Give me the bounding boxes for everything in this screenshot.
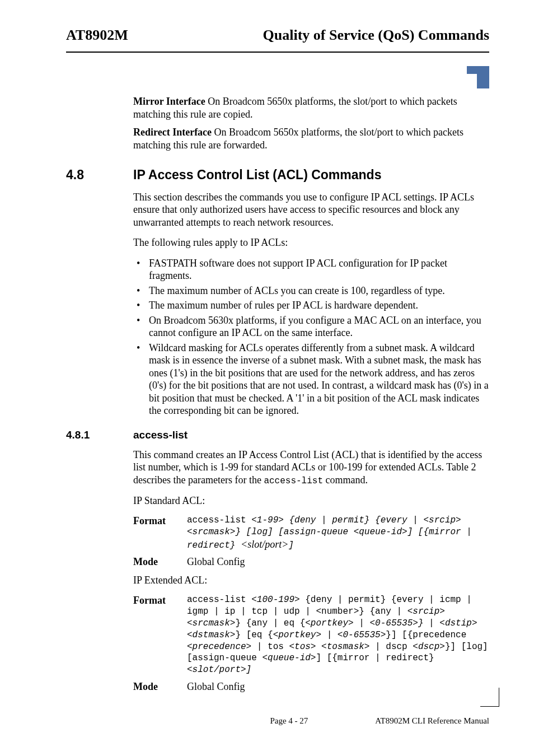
page-footer: Page 4 - 27 AT8902M CLI Reference Manual bbox=[66, 716, 489, 726]
section-number: 4.8 bbox=[66, 167, 133, 183]
section-heading: 4.8 IP Access Control List (ACL) Command… bbox=[66, 167, 489, 183]
crop-mark-icon bbox=[480, 688, 499, 707]
page-header: AT8902M Quality of Service (QoS) Command… bbox=[66, 27, 489, 44]
section-title: IP Access Control List (ACL) Commands bbox=[133, 167, 381, 183]
inline-code: access-list bbox=[264, 476, 323, 486]
header-rule bbox=[66, 52, 489, 53]
subsection-title: access-list bbox=[133, 428, 188, 442]
format-row: Format access-list <100-199> {deny | per… bbox=[133, 594, 489, 676]
header-left: AT8902M bbox=[66, 27, 128, 44]
list-item: Wildcard masking for ACLs operates diffe… bbox=[133, 342, 489, 417]
mode-value: Global Config bbox=[187, 680, 489, 693]
definition-item: Mirror Interface On Broadcom 5650x platf… bbox=[133, 95, 489, 120]
subsection-number: 4.8.1 bbox=[66, 428, 133, 442]
subsection-heading: 4.8.1 access-list bbox=[66, 428, 489, 442]
mode-row: Mode Global Config bbox=[133, 556, 489, 568]
mode-label: Mode bbox=[133, 556, 187, 568]
list-item: The maximum number of rules per IP ACL i… bbox=[133, 299, 489, 312]
definition-label: Redirect Interface bbox=[133, 127, 212, 138]
extended-acl-label: IP Extended ACL: bbox=[133, 574, 489, 587]
definition-label: Mirror Interface bbox=[133, 96, 205, 107]
format-value: access-list <1-99> {deny | permit} {ever… bbox=[187, 515, 489, 551]
rules-list: FASTPATH software does not support IP AC… bbox=[133, 257, 489, 417]
list-item: FASTPATH software does not support IP AC… bbox=[133, 257, 489, 282]
format-row: Format access-list <1-99> {deny | permit… bbox=[133, 515, 489, 551]
list-item: On Broadcom 5630x platforms, if you conf… bbox=[133, 314, 489, 339]
section-intro: This section describes the commands you … bbox=[133, 191, 489, 229]
format-value: access-list <100-199> {deny | permit} {e… bbox=[187, 594, 489, 676]
mode-value: Global Config bbox=[187, 556, 489, 568]
definition-list: Mirror Interface On Broadcom 5650x platf… bbox=[133, 95, 489, 151]
subsection-description: This command creates an IP Access Contro… bbox=[133, 449, 489, 487]
footer-page-number: Page 4 - 27 bbox=[270, 716, 308, 726]
corner-mark-icon bbox=[467, 66, 489, 88]
page-content: Mirror Interface On Broadcom 5650x platf… bbox=[66, 95, 489, 697]
standard-acl-label: IP Standard ACL: bbox=[133, 494, 489, 507]
format-label: Format bbox=[133, 515, 187, 551]
mode-row: Mode Global Config bbox=[133, 680, 489, 693]
mode-label: Mode bbox=[133, 680, 187, 693]
rules-lead: The following rules apply to IP ACLs: bbox=[133, 236, 489, 249]
format-label: Format bbox=[133, 594, 187, 676]
footer-manual-title: AT8902M CLI Reference Manual bbox=[375, 716, 489, 726]
definition-item: Redirect Interface On Broadcom 5650x pla… bbox=[133, 126, 489, 151]
list-item: The maximum number of ACLs you can creat… bbox=[133, 284, 489, 297]
header-right: Quality of Service (QoS) Commands bbox=[263, 27, 489, 44]
